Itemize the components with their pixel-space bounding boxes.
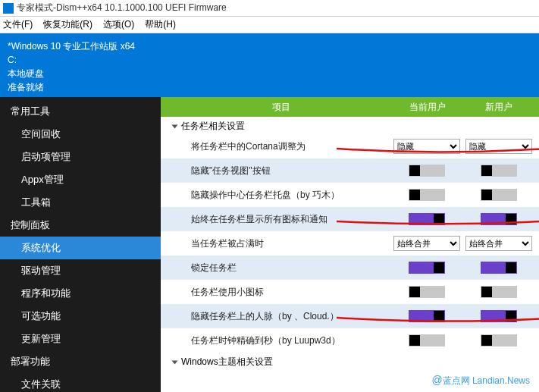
- setting-label: 锁定任务栏: [191, 262, 389, 274]
- setting-row: 当任务栏被占满时始终合并始终合并: [161, 231, 539, 256]
- menu-help[interactable]: 帮助(H): [145, 18, 176, 31]
- sidebar-item-update[interactable]: 更新管理: [0, 328, 161, 350]
- current-toggle[interactable]: [409, 262, 445, 274]
- setting-row: 将任务栏中的Cortana调整为隐藏隐藏: [161, 134, 539, 158]
- setting-label: 当任务栏被占满时: [191, 237, 389, 250]
- col-new: 新用户: [467, 101, 539, 114]
- sidebar-item-appx[interactable]: Appx管理: [0, 168, 161, 191]
- sidebar-cat-common: 常用工具: [0, 100, 161, 123]
- setting-label: 隐藏任务栏上的人脉（by 、Cloud.）: [191, 310, 389, 323]
- new-toggle[interactable]: [481, 334, 517, 347]
- current-toggle[interactable]: [409, 189, 445, 201]
- menu-file[interactable]: 文件(F): [3, 18, 33, 31]
- main: 常用工具 空间回收 启动项管理 Appx管理 工具箱 控制面板 系统优化 驱动管…: [0, 97, 539, 392]
- setting-row: 任务栏时钟精确到秒（by Luupw3d）: [161, 328, 539, 353]
- setting-label: 将任务栏中的Cortana调整为: [191, 140, 389, 153]
- section-label: 任务栏相关设置: [181, 120, 245, 133]
- setting-row: 隐藏操作中心任务栏托盘（by 巧木）: [161, 183, 539, 207]
- col-item: 项目: [174, 101, 387, 114]
- setting-row: 锁定任务栏: [161, 256, 539, 280]
- setting-row: 隐藏"任务视图"按钮: [161, 158, 539, 183]
- expand-icon: [172, 360, 178, 364]
- sidebar-item-driver[interactable]: 驱动管理: [0, 259, 161, 282]
- watermark: @@蓝点网 Landian.News蓝点网 Landian.News: [431, 374, 530, 387]
- new-toggle[interactable]: [481, 165, 517, 177]
- app-icon: [3, 3, 14, 14]
- header-disk: 本地硬盘: [8, 67, 531, 80]
- sidebar-cat-control: 控制面板: [0, 214, 161, 237]
- sidebar-item-optimize[interactable]: 系统优化: [0, 237, 161, 259]
- current-select[interactable]: 始终合并: [393, 236, 460, 251]
- setting-label: 始终在任务栏显示所有图标和通知: [191, 213, 389, 226]
- new-select[interactable]: 始终合并: [465, 236, 532, 251]
- titlebar: 专家模式-Dism++x64 10.1.1000.100 UEFI Firmwa…: [0, 0, 539, 17]
- setting-label: 隐藏"任务视图"按钮: [191, 165, 389, 177]
- new-toggle[interactable]: [481, 286, 517, 298]
- sidebar-item-startup[interactable]: 启动项管理: [0, 146, 161, 168]
- system-header: *Windows 10 专业工作站版 x64 C: 本地硬盘 准备就绪: [0, 33, 539, 97]
- content: 项目 当前用户 新用户 任务栏相关设置 将任务栏中的Cortana调整为隐藏隐藏…: [161, 97, 539, 392]
- setting-row: 隐藏任务栏上的人脉（by 、Cloud.）: [161, 304, 539, 328]
- setting-label: 任务栏时钟精确到秒（by Luupw3d）: [191, 334, 389, 347]
- section-theme[interactable]: Windows主题相关设置: [161, 353, 539, 370]
- new-select[interactable]: 隐藏: [465, 139, 532, 154]
- new-toggle[interactable]: [481, 310, 517, 322]
- column-header: 项目 当前用户 新用户: [161, 97, 539, 117]
- sidebar-item-space[interactable]: 空间回收: [0, 123, 161, 146]
- section-taskbar[interactable]: 任务栏相关设置: [161, 117, 539, 134]
- new-toggle[interactable]: [481, 213, 517, 225]
- header-status: 准备就绪: [8, 80, 531, 94]
- new-toggle[interactable]: [481, 189, 517, 201]
- setting-row: 始终在任务栏显示所有图标和通知: [161, 207, 539, 231]
- menubar: 文件(F) 恢复功能(R) 选项(O) 帮助(H): [0, 17, 539, 33]
- menu-options[interactable]: 选项(O): [103, 18, 134, 31]
- sidebar-cat-deploy: 部署功能: [0, 350, 161, 373]
- sidebar-item-assoc[interactable]: 文件关联: [0, 373, 161, 392]
- header-os: *Windows 10 专业工作站版 x64: [8, 39, 531, 53]
- current-toggle[interactable]: [409, 334, 445, 347]
- current-select[interactable]: 隐藏: [393, 139, 460, 154]
- current-toggle[interactable]: [409, 310, 445, 322]
- sidebar-item-programs[interactable]: 程序和功能: [0, 282, 161, 305]
- current-toggle[interactable]: [409, 213, 445, 225]
- header-drive: C:: [8, 53, 531, 67]
- setting-row: 任务栏使用小图标: [161, 280, 539, 304]
- current-toggle[interactable]: [409, 165, 445, 177]
- section-label: Windows主题相关设置: [181, 356, 273, 368]
- expand-icon: [172, 124, 178, 128]
- new-toggle[interactable]: [481, 262, 517, 274]
- sidebar-item-optional[interactable]: 可选功能: [0, 305, 161, 328]
- sidebar: 常用工具 空间回收 启动项管理 Appx管理 工具箱 控制面板 系统优化 驱动管…: [0, 97, 161, 392]
- col-current: 当前用户: [387, 101, 467, 114]
- menu-recover[interactable]: 恢复功能(R): [43, 18, 92, 31]
- setting-label: 隐藏操作中心任务栏托盘（by 巧木）: [191, 189, 389, 202]
- sidebar-item-toolbox[interactable]: 工具箱: [0, 191, 161, 214]
- setting-label: 任务栏使用小图标: [191, 286, 389, 299]
- titlebar-text: 专家模式-Dism++x64 10.1.1000.100 UEFI Firmwa…: [17, 2, 227, 14]
- current-toggle[interactable]: [409, 286, 445, 298]
